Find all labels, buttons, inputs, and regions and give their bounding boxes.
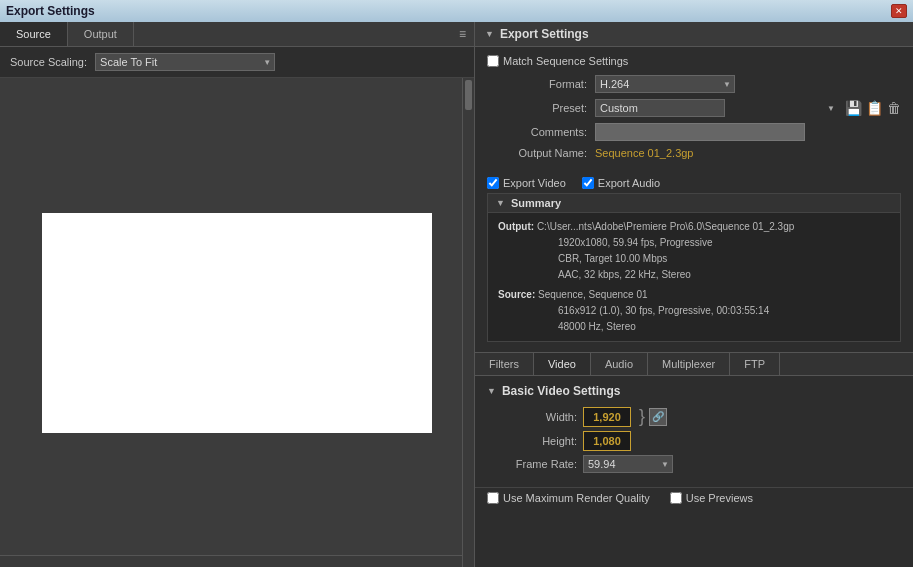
max-render-quality-label: Use Maximum Render Quality bbox=[503, 492, 650, 504]
summary-header: ▼ Summary bbox=[488, 194, 900, 213]
summary-output-line4: AAC, 32 kbps, 22 kHz, Stereo bbox=[498, 267, 890, 283]
title-bar: Export Settings ✕ bbox=[0, 0, 913, 22]
frame-rate-row: Frame Rate: 59.94 29.97 24 30 60 bbox=[487, 455, 901, 473]
left-panel: Source Output ≡ Source Scaling: Scale To… bbox=[0, 22, 475, 567]
preview-canvas bbox=[42, 213, 432, 433]
format-select-wrapper: H.264 H.265 MPEG-2 bbox=[595, 75, 735, 93]
preset-select-wrapper: Custom Match Source High Quality bbox=[595, 99, 839, 117]
tab-menu-icon[interactable]: ≡ bbox=[451, 23, 474, 45]
preset-save-icon[interactable]: 💾 bbox=[845, 100, 862, 116]
collapse-icon: ▼ bbox=[485, 29, 494, 39]
export-audio-label: Export Audio bbox=[598, 177, 660, 189]
window-title: Export Settings bbox=[6, 4, 95, 18]
export-video-label: Export Video bbox=[503, 177, 566, 189]
right-scrollbar-thumb bbox=[465, 80, 472, 110]
width-input[interactable]: 1,920 bbox=[583, 407, 631, 427]
bottom-checks-row: Use Maximum Render Quality Use Previews bbox=[475, 487, 913, 508]
preset-copy-icon[interactable]: 📋 bbox=[866, 100, 883, 116]
width-row: Width: 1,920 } 🔗 bbox=[487, 406, 901, 427]
right-panel: ▼ Export Settings Match Sequence Setting… bbox=[475, 22, 913, 567]
export-settings-header: ▼ Export Settings bbox=[475, 22, 913, 47]
tab-video[interactable]: Video bbox=[534, 353, 591, 375]
tab-source[interactable]: Source bbox=[0, 22, 68, 46]
max-render-quality-checkbox[interactable] bbox=[487, 492, 499, 504]
tab-multiplexer[interactable]: Multiplexer bbox=[648, 353, 730, 375]
summary-output-label: Output: bbox=[498, 221, 534, 232]
format-row: Format: H.264 H.265 MPEG-2 bbox=[487, 75, 901, 93]
tab-filters[interactable]: Filters bbox=[475, 353, 534, 375]
summary-source-label: Source: bbox=[498, 289, 535, 300]
summary-body: Output: C:\User...nts\Adobe\Premiere Pro… bbox=[488, 213, 900, 341]
summary-collapse-icon: ▼ bbox=[496, 198, 505, 208]
summary-output-line3: CBR, Target 10.00 Mbps bbox=[498, 251, 890, 267]
width-label: Width: bbox=[487, 411, 577, 423]
height-input[interactable]: 1,080 bbox=[583, 431, 631, 451]
close-button[interactable]: ✕ bbox=[891, 4, 907, 18]
export-video-checkbox[interactable] bbox=[487, 177, 499, 189]
height-label: Height: bbox=[487, 435, 577, 447]
match-seq-row: Match Sequence Settings bbox=[487, 55, 901, 67]
bvs-header: ▼ Basic Video Settings bbox=[487, 384, 901, 398]
source-scaling-label: Source Scaling: bbox=[10, 56, 87, 68]
summary-output-line2: 1920x1080, 59.94 fps, Progressive bbox=[498, 235, 890, 251]
comments-row: Comments: bbox=[487, 123, 901, 141]
source-scaling-select-wrapper: Scale To Fit Scale To Fill Stretch To Fi… bbox=[95, 53, 275, 71]
export-audio-checkbox[interactable] bbox=[582, 177, 594, 189]
export-audio-item: Export Audio bbox=[582, 177, 660, 189]
preset-select[interactable]: Custom Match Source High Quality bbox=[595, 99, 725, 117]
height-row: Height: 1,080 bbox=[487, 431, 901, 451]
format-label: Format: bbox=[487, 78, 587, 90]
summary-source-line2: 616x912 (1.0), 30 fps, Progressive, 00:0… bbox=[498, 303, 890, 319]
comments-label: Comments: bbox=[487, 126, 587, 138]
summary-section: ▼ Summary Output: C:\User...nts\Adobe\Pr… bbox=[487, 193, 901, 342]
preset-delete-icon[interactable]: 🗑 bbox=[887, 100, 901, 116]
format-select[interactable]: H.264 H.265 MPEG-2 bbox=[595, 75, 735, 93]
tab-audio[interactable]: Audio bbox=[591, 353, 648, 375]
source-scaling-row: Source Scaling: Scale To Fit Scale To Fi… bbox=[0, 47, 474, 78]
tabs-bar: Source Output ≡ bbox=[0, 22, 474, 47]
use-previews-checkbox[interactable] bbox=[670, 492, 682, 504]
source-scaling-select[interactable]: Scale To Fit Scale To Fill Stretch To Fi… bbox=[95, 53, 275, 71]
output-name-link[interactable]: Sequence 01_2.3gp bbox=[595, 147, 693, 159]
link-toggle[interactable]: 🔗 bbox=[649, 408, 667, 426]
preview-area bbox=[0, 78, 474, 567]
link-chain: } 🔗 bbox=[637, 406, 667, 427]
frame-rate-label: Frame Rate: bbox=[487, 458, 577, 470]
output-name-row: Output Name: Sequence 01_2.3gp bbox=[487, 147, 901, 159]
output-name-label: Output Name: bbox=[487, 147, 587, 159]
summary-source-line3: 48000 Hz, Stereo bbox=[498, 319, 890, 335]
max-render-quality-item: Use Maximum Render Quality bbox=[487, 492, 650, 504]
export-checks-row: Export Video Export Audio bbox=[487, 177, 901, 189]
comments-input[interactable] bbox=[595, 123, 805, 141]
export-video-item: Export Video bbox=[487, 177, 566, 189]
tab-ftp[interactable]: FTP bbox=[730, 353, 780, 375]
summary-source-value: Sequence, Sequence 01 bbox=[538, 289, 648, 300]
summary-output-value: C:\User...nts\Adobe\Premiere Pro\6.0\Seq… bbox=[537, 221, 794, 232]
match-seq-checkbox[interactable] bbox=[487, 55, 499, 67]
summary-output-row: Output: C:\User...nts\Adobe\Premiere Pro… bbox=[498, 219, 890, 235]
use-previews-label: Use Previews bbox=[686, 492, 753, 504]
settings-body: Match Sequence Settings Format: H.264 H.… bbox=[475, 47, 913, 173]
summary-source-row: Source: Sequence, Sequence 01 bbox=[498, 287, 890, 303]
preset-row: Preset: Custom Match Source High Quality… bbox=[487, 99, 901, 117]
right-scrollbar[interactable] bbox=[462, 78, 474, 567]
frame-rate-select[interactable]: 59.94 29.97 24 30 60 bbox=[583, 455, 673, 473]
basic-video-settings-section: ▼ Basic Video Settings Width: 1,920 } 🔗 … bbox=[475, 376, 913, 487]
chain-icon: } bbox=[639, 406, 645, 427]
video-tabs-row: Filters Video Audio Multiplexer FTP bbox=[475, 352, 913, 376]
match-seq-label: Match Sequence Settings bbox=[503, 55, 628, 67]
frame-rate-select-wrapper: 59.94 29.97 24 30 60 bbox=[583, 455, 673, 473]
preset-label: Preset: bbox=[487, 102, 587, 114]
bottom-scrollbar[interactable] bbox=[0, 555, 462, 567]
tab-output[interactable]: Output bbox=[68, 22, 134, 46]
use-previews-item: Use Previews bbox=[670, 492, 753, 504]
bvs-collapse-icon: ▼ bbox=[487, 386, 496, 396]
